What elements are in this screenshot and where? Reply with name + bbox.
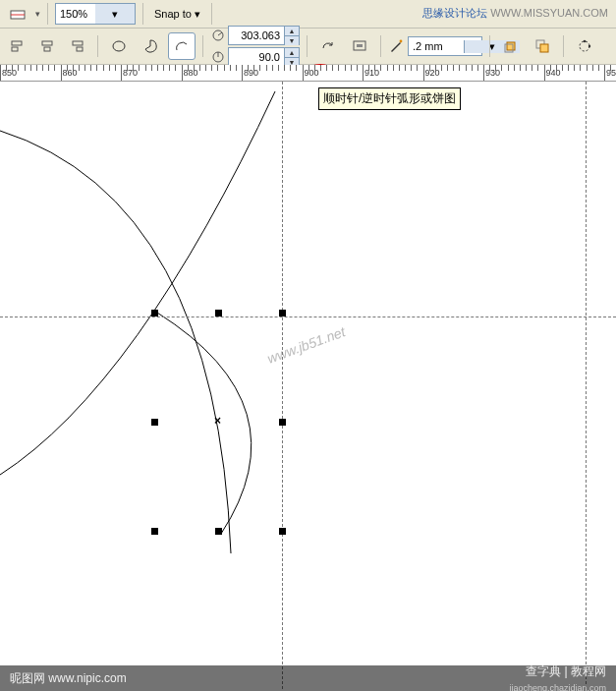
svg-rect-13 (507, 42, 515, 50)
selection-handle[interactable] (151, 310, 158, 317)
tooltip: 顺时针/逆时针弧形或饼图 (318, 87, 461, 110)
svg-rect-11 (357, 44, 363, 47)
separator (142, 3, 143, 25)
separator (307, 35, 308, 57)
watermark-left: 昵图网 www.nipic.com (10, 670, 127, 687)
selection-handle[interactable] (279, 310, 286, 317)
svg-point-19 (588, 45, 590, 47)
direction-toggle-button[interactable] (314, 32, 342, 60)
spin-down-icon[interactable]: ▼ (284, 36, 299, 45)
guide-vertical[interactable] (586, 82, 587, 691)
ruler-label: 880 (184, 68, 198, 78)
outline-group: .2 mm ▾ (388, 36, 482, 56)
selection-handle[interactable] (151, 419, 158, 426)
ruler-label: 900 (305, 68, 319, 78)
zoom-value: 150% (56, 8, 95, 20)
snap-dd-icon: ▾ (195, 8, 200, 21)
start-angle-input[interactable]: 303.063 ▲▼ (228, 26, 300, 45)
align-center-button[interactable] (33, 32, 61, 60)
svg-rect-6 (77, 47, 83, 51)
separator (202, 35, 203, 57)
start-angle-icon (210, 28, 226, 43)
zoom-dropdown-icon[interactable]: ▾ (95, 4, 135, 24)
wrap-button[interactable] (346, 32, 373, 60)
ruler-label: 920 (425, 68, 440, 78)
selection-handle[interactable] (279, 419, 286, 426)
svg-rect-3 (42, 41, 52, 45)
watermark-right-url: jiaocheng.chazidian.com (509, 683, 606, 692)
presets-dd-icon[interactable]: ▾ (35, 9, 40, 19)
svg-point-7 (113, 41, 125, 51)
outline-width-combo[interactable]: .2 mm ▾ (408, 36, 482, 56)
convert-curves-button[interactable] (571, 32, 598, 60)
svg-rect-4 (44, 47, 50, 51)
ellipse-button[interactable] (105, 32, 133, 60)
end-angle-icon (210, 49, 226, 65)
ruler-label: 860 (63, 68, 78, 78)
end-angle-value: 90.0 (229, 51, 284, 63)
end-angle-input[interactable]: 90.0 ▲▼ (228, 47, 300, 67)
guide-horizontal[interactable] (0, 317, 616, 317)
snap-label: Snap to (154, 8, 192, 20)
to-back-button[interactable] (529, 32, 556, 60)
zoom-combo[interactable]: 150% ▾ (55, 3, 136, 25)
forum-url: WWW.MISSYUAN.COM (490, 7, 608, 19)
align-left-button[interactable] (4, 32, 31, 60)
svg-point-17 (580, 41, 589, 51)
guide-vertical[interactable] (282, 82, 283, 691)
ruler-label: 850 (2, 68, 17, 78)
drawing-canvas[interactable]: www.jb51.net 顺时针/逆时针弧形或饼图 × (0, 82, 616, 691)
selection-center[interactable]: × (214, 414, 221, 428)
horizontal-ruler: 850860870880890900910920930940950 (0, 65, 616, 82)
separator (563, 35, 564, 57)
forum-name: 思缘设计论坛 (422, 7, 487, 19)
selection-handle[interactable] (151, 528, 158, 535)
angle-group: 303.063 ▲▼ 90.0 ▲▼ (210, 26, 300, 67)
brand-text: 思缘设计论坛 WWW.MISSYUAN.COM (422, 6, 608, 21)
property-bar-top: ▾ 150% ▾ Snap to ▾ 思缘设计论坛 WWW.MISSYUAN.C… (0, 0, 616, 29)
outline-width-value: .2 mm (409, 40, 464, 52)
snap-to-menu[interactable]: Snap to ▾ (150, 8, 204, 21)
artwork (0, 82, 616, 691)
selection-handle[interactable] (279, 528, 286, 535)
selection-handle[interactable] (215, 528, 222, 535)
align-right-button[interactable] (63, 32, 90, 60)
to-front-button[interactable] (497, 32, 525, 60)
separator (380, 35, 381, 57)
position-group (4, 32, 90, 60)
svg-rect-2 (12, 47, 18, 51)
ruler-label: 870 (123, 68, 138, 78)
arc-button[interactable] (168, 32, 196, 60)
start-angle-value: 303.063 (229, 29, 284, 41)
watermark-right: 查字典 | 教程网 (526, 664, 606, 678)
svg-rect-5 (73, 41, 83, 45)
pie-button[interactable] (137, 32, 164, 60)
footer-overlay: 昵图网 www.nipic.com 查字典 | 教程网 jiaocheng.ch… (0, 665, 616, 691)
spin-up-icon[interactable]: ▲ (284, 27, 299, 36)
property-bar-shape: 303.063 ▲▼ 90.0 ▲▼ .2 mm ▾ (0, 29, 616, 65)
spin-up-icon[interactable]: ▲ (284, 48, 299, 58)
separator (211, 3, 212, 25)
presets-icon[interactable] (4, 0, 31, 28)
selection-handle[interactable] (215, 310, 222, 317)
ruler-label: 930 (485, 68, 500, 78)
separator (97, 35, 98, 57)
ruler-label: 890 (244, 68, 258, 78)
separator (489, 35, 490, 57)
svg-rect-16 (540, 44, 548, 52)
svg-point-18 (584, 40, 586, 42)
outline-pen-icon[interactable] (388, 38, 404, 54)
ruler-label: 940 (546, 68, 561, 78)
svg-point-12 (400, 40, 403, 43)
ruler-label: 910 (364, 68, 379, 78)
separator (47, 3, 48, 25)
svg-rect-1 (12, 41, 22, 45)
